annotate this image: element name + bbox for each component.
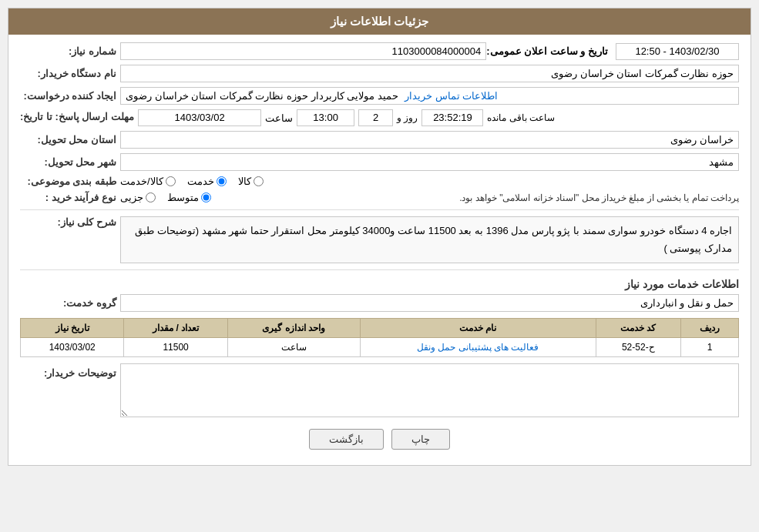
creator-value: حمید مولایی کاربردار حوزه نظارت گمرکات ا… [126,90,398,102]
buyer-comments-row: توضیحات خریدار: [20,363,739,417]
col-header-qty: تعداد / مقدار [124,318,227,337]
radio-jozi: جزیی [120,192,156,203]
cell-quantity: 11500 [124,337,227,356]
reply-fields: 1403/03/02 ساعت 13:00 2 روز و 23:52:19 س… [138,109,739,126]
creator-value-container: حمید مولایی کاربردار حوزه نظارت گمرکات ا… [120,87,739,105]
col-header-code: کد خدمت [596,318,680,337]
reply-time-label: ساعت [265,112,293,124]
category-label: طبقه بندی موضوعی: [20,176,120,187]
niyaz-number-value: 1103000084000004 [120,42,486,60]
service-group-value: حمل و نقل و انبارداری [120,294,739,312]
radio-kala-input[interactable] [254,176,264,186]
cell-code: ح-52-52 [596,337,680,356]
announce-date-value: 1403/02/30 - 12:50 [616,43,739,60]
reply-time-value: 13:00 [297,109,354,126]
button-row: چاپ بازگشت [20,429,739,450]
radio-khedmat-label: خدمت [187,176,214,187]
province-label: استان محل تحویل: [20,134,120,146]
radio-kala-label: کالا [238,176,251,187]
remaining-days-value: 2 [358,109,393,126]
niyaz-number-row: شماره نیاز: 1103000084000004 تاریخ و ساع… [20,42,739,60]
col-header-date: تاریخ نیاز [21,318,124,337]
page-title: جزئیات اطلاعات نیاز [331,15,428,28]
reply-deadline-row: مهلت ارسال پاسخ: تا تاریخ: 1403/03/02 سا… [20,109,739,126]
category-row: طبقه بندی موضوعی: کالا/خدمت خدمت کالا [20,176,739,187]
main-card: جزئیات اطلاعات نیاز شماره نیاز: 11030000… [8,8,751,466]
radio-jozi-label: جزیی [120,192,143,203]
page-container: جزئیات اطلاعات نیاز شماره نیاز: 11030000… [0,0,759,473]
cell-name[interactable]: فعالیت های پشتیبانی حمل ونقل [360,337,596,356]
print-button[interactable]: چاپ [391,429,450,450]
creator-label: ایجاد کننده درخواست: [20,90,120,102]
cell-unit: ساعت [227,337,360,356]
remaining-suffix: ساعت باقی مانده [487,112,555,123]
creator-link[interactable]: اطلاعات تماس خریدار [405,90,498,102]
cell-date: 1403/03/02 [21,337,124,356]
category-radio-group: کالا/خدمت خدمت کالا [120,176,264,187]
radio-khedmat-input[interactable] [217,176,227,186]
city-row: شهر محل تحویل: مشهد [20,153,739,171]
radio-motovaset-input[interactable] [201,192,211,202]
province-value: خراسان رضوی [120,131,739,149]
radio-kala: کالا [238,176,264,187]
buyer-org-value: حوزه نظارت گمرکات استان خراسان رضوی [120,65,739,82]
divider-1 [20,209,739,210]
radio-kala-khedmat: کالا/خدمت [120,176,176,187]
service-group-row: گروه خدمت: حمل و نقل و انبارداری [20,294,739,312]
purchase-type-row: نوع فرآیند خرید : جزیی متوسط پرداخت تمام… [20,192,739,203]
radio-motovaset-label: متوسط [167,192,199,203]
radio-motovaset: متوسط [167,192,211,203]
col-header-row: ردیف [681,318,739,337]
buyer-org-label: نام دستگاه خریدار: [20,68,120,79]
description-text: اجاره 4 دستگاه خودرو سواری سمند با پژو پ… [120,216,739,263]
col-header-unit: واحد اندازه گیری [227,318,360,337]
creator-row: ایجاد کننده درخواست: حمید مولایی کاربردا… [20,87,739,105]
card-body: شماره نیاز: 1103000084000004 تاریخ و ساع… [8,35,751,465]
city-label: شهر محل تحویل: [20,156,120,168]
buyer-comments-label: توضیحات خریدار: [20,363,120,379]
description-title-label: شرح کلی نیاز: [20,216,120,263]
table-row: 1 ح-52-52 فعالیت های پشتیبانی حمل ونقل س… [21,337,739,356]
city-value: مشهد [120,153,739,171]
back-button[interactable]: بازگشت [309,429,384,450]
buyer-comments-textarea[interactable] [120,363,739,417]
buyer-org-row: نام دستگاه خریدار: حوزه نظارت گمرکات است… [20,65,739,82]
purchase-type-label: نوع فرآیند خرید : [20,192,120,203]
cell-row: 1 [681,337,739,356]
purchase-options: جزیی متوسط پرداخت تمام یا بخشی از مبلغ خ… [120,192,739,203]
radio-kala-khedmat-label: کالا/خدمت [120,176,163,187]
radio-khedmat: خدمت [187,176,227,187]
remaining-time-value: 23:52:19 [421,109,483,126]
radio-jozi-input[interactable] [146,192,156,202]
reply-deadline-label: مهلت ارسال پاسخ: تا تاریخ: [20,109,138,122]
card-header: جزئیات اطلاعات نیاز [8,8,751,35]
purchase-note: پرداخت تمام یا بخشی از مبلغ خریداز محل "… [223,192,739,203]
service-table: ردیف کد خدمت نام خدمت واحد اندازه گیری ت… [20,318,739,357]
province-row: استان محل تحویل: خراسان رضوی [20,131,739,149]
col-header-name: نام خدمت [360,318,596,337]
reply-date-value: 1403/03/02 [138,109,261,126]
niyaz-number-label: شماره نیاز: [20,45,120,57]
service-info-title: اطلاعات خدمات مورد نیاز [20,278,739,290]
remaining-days-label: روز و [397,112,418,123]
radio-kala-khedmat-input[interactable] [166,176,176,186]
divider-2 [20,269,739,270]
description-row: شرح کلی نیاز: اجاره 4 دستگاه خودرو سواری… [20,216,739,263]
service-group-label: گروه خدمت: [20,297,120,309]
announce-date-label: تاریخ و ساعت اعلان عمومی: [486,45,616,57]
